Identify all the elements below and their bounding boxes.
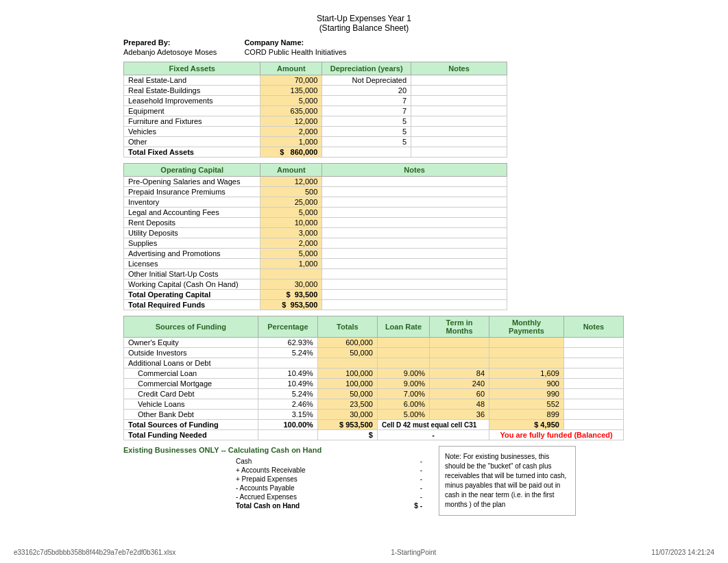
funding-header-notes: Notes (563, 316, 623, 338)
existing-total-value: $ - (380, 501, 425, 510)
footer-filename: e33162c7d5bdbbb358b8f44b29a7eb7e2df0b361… (14, 549, 175, 556)
funding-total: 23,500 (317, 399, 377, 410)
funding-monthly: 552 (489, 399, 564, 410)
op-capital-row: Prepaid Insurance Premiums 500 (124, 187, 507, 197)
funding-monthly: 990 (489, 389, 564, 399)
funding-needed-symbol: $ (317, 430, 377, 440)
fixed-assets-notes (411, 116, 507, 127)
funding-monthly (489, 358, 564, 368)
op-capital-label: Prepaid Insurance Premiums (124, 187, 260, 197)
page-title-line1: Start-Up Expenses Year 1 (14, 14, 714, 23)
funding-notes (563, 368, 623, 379)
funding-term: 60 (430, 389, 489, 399)
existing-row: - Accounts Payable - (233, 484, 425, 492)
funding-monthly (489, 348, 564, 358)
op-capital-header-label: Operating Capital (124, 164, 260, 177)
fixed-assets-label: Other (124, 137, 260, 147)
op-capital-notes (322, 228, 507, 238)
funding-label: Outside Investors (124, 348, 258, 358)
fixed-assets-label: Furniture and Fixtures (124, 116, 260, 127)
fixed-assets-row: Equipment 635,000 7 (124, 106, 507, 116)
op-capital-notes (322, 279, 507, 290)
op-capital-label: Supplies (124, 238, 260, 249)
funding-label: Owner's Equity (124, 338, 258, 348)
existing-row: Cash - (233, 457, 425, 466)
op-capital-row: Pre-Opening Salaries and Wages 12,000 (124, 177, 507, 187)
op-capital-header-notes: Notes (322, 164, 507, 177)
op-capital-label: Legal and Accounting Fees (124, 208, 260, 218)
fixed-assets-row: Real Estate-Buildings 135,000 20 (124, 86, 507, 96)
funding-monthly: 1,609 (489, 368, 564, 379)
funding-needed-pct (258, 430, 317, 440)
fixed-assets-amount: 5,000 (260, 96, 322, 106)
funding-total: 30,000 (317, 410, 377, 420)
funding-rate: 6.00% (377, 399, 429, 410)
prepared-by-label: Prepared By: (123, 38, 217, 47)
fixed-assets-table: Fixed Assets Amount Depreciation (years)… (123, 62, 507, 158)
fixed-assets-total-row: Total Fixed Assets $ 860,000 (124, 147, 507, 158)
fixed-assets-notes (411, 127, 507, 137)
note-box: Note: For existing businesses, this shou… (439, 446, 576, 516)
funding-pct: 10.49% (258, 368, 317, 379)
funding-total-cell-ref: Cell D 42 must equal cell C31 (377, 420, 489, 430)
funding-total-notes (563, 420, 623, 430)
funding-total: 100,000 (317, 368, 377, 379)
funding-total-sources-row: Total Sources of Funding 100.00% $ 953,5… (124, 420, 624, 430)
funding-header-sources: Sources of Funding (124, 316, 258, 338)
funding-label: Credit Card Debt (124, 389, 258, 399)
op-capital-row: Licenses 1,000 (124, 259, 507, 269)
funding-total: 50,000 (317, 389, 377, 399)
funding-header-rate: Loan Rate (377, 316, 429, 338)
funding-notes (563, 338, 623, 348)
funding-row: Additional Loans or Debt (124, 358, 624, 368)
op-capital-notes (322, 259, 507, 269)
funding-pct: 62.93% (258, 338, 317, 348)
footer-timestamp: 11/07/2023 14:21:24 (651, 549, 714, 556)
funding-table: Sources of Funding Percentage Totals Loa… (123, 316, 624, 440)
fixed-assets-depr: 20 (322, 86, 411, 96)
op-capital-amount: 3,000 (260, 228, 322, 238)
funding-total (317, 358, 377, 368)
funding-header-totals: Totals (317, 316, 377, 338)
funding-pct: 5.24% (258, 389, 317, 399)
operating-capital-table: Operating Capital Amount Notes Pre-Openi… (123, 163, 507, 310)
funding-term: 240 (430, 379, 489, 389)
op-capital-total-amount: $ 93,500 (260, 290, 322, 300)
funding-monthly: 899 (489, 410, 564, 420)
op-capital-total-label: Total Operating Capital (124, 290, 260, 300)
funding-notes (563, 379, 623, 389)
funding-row: Credit Card Debt 5.24% 50,000 7.00% 60 9… (124, 389, 624, 399)
op-capital-amount: 2,000 (260, 238, 322, 249)
op-capital-row: Inventory 25,000 (124, 197, 507, 208)
op-capital-row: Supplies 2,000 (124, 238, 507, 249)
funding-notes (563, 389, 623, 399)
funding-monthly (489, 338, 564, 348)
fixed-assets-depr: Not Depreciated (322, 75, 411, 86)
op-capital-total-row: Total Operating Capital $ 93,500 (124, 290, 507, 300)
fixed-assets-amount: 12,000 (260, 116, 322, 127)
fixed-assets-row: Real Estate-Land 70,000 Not Depreciated (124, 75, 507, 86)
fixed-assets-row: Furniture and Fixtures 12,000 5 (124, 116, 507, 127)
existing-total-row: Total Cash on Hand $ - (233, 501, 425, 510)
op-capital-amount: 30,000 (260, 279, 322, 290)
fixed-assets-depr: 5 (322, 116, 411, 127)
funding-pct: 5.24% (258, 348, 317, 358)
funding-rate (377, 338, 429, 348)
fixed-assets-amount: 635,000 (260, 106, 322, 116)
op-capital-amount: 5,000 (260, 249, 322, 259)
funding-rate: 5.00% (377, 410, 429, 420)
existing-value: - (380, 492, 425, 501)
fixed-assets-row: Leasehold Improvements 5,000 7 (124, 96, 507, 106)
op-capital-label: Other Initial Start-Up Costs (124, 269, 260, 279)
op-capital-row: Utility Deposits 3,000 (124, 228, 507, 238)
funding-term: 36 (430, 410, 489, 420)
funding-rate: 7.00% (377, 389, 429, 399)
existing-row: + Accounts Receivable - (233, 466, 425, 475)
fixed-assets-label: Vehicles (124, 127, 260, 137)
existing-label: Cash (233, 457, 380, 466)
funding-total: 100,000 (317, 379, 377, 389)
op-capital-label: Working Capital (Cash On Hand) (124, 279, 260, 290)
funding-pct (258, 358, 317, 368)
funding-monthly: 900 (489, 379, 564, 389)
existing-label: - Accrued Expenses (233, 492, 380, 501)
